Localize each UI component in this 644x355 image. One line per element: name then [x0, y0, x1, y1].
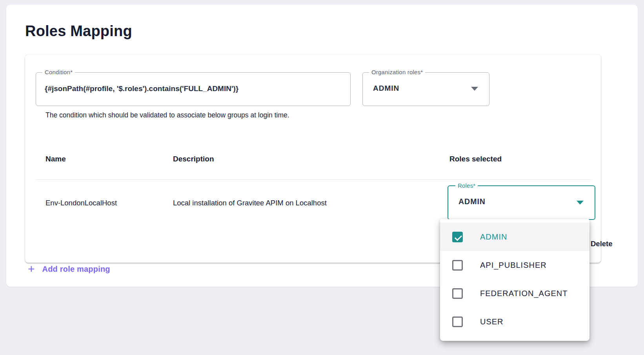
delete-button[interactable]: Delete — [591, 240, 613, 248]
checkbox-icon[interactable] — [452, 288, 463, 299]
dropdown-option-api-publisher[interactable]: API_PUBLISHER — [440, 251, 589, 279]
checkbox-checked-icon[interactable] — [452, 232, 463, 242]
dropdown-option-label: ADMIN — [480, 232, 507, 242]
roles-select-label: Roles* — [455, 182, 478, 189]
plus-icon: + — [28, 263, 35, 275]
condition-input[interactable]: {#jsonPath(#profile, '$.roles').contains… — [45, 84, 238, 93]
chevron-down-icon — [471, 87, 478, 91]
dropdown-option-label: API_PUBLISHER — [480, 261, 547, 270]
column-header-description: Description — [173, 155, 214, 163]
dropdown-option-federation-agent[interactable]: FEDERATION_AGENT — [440, 279, 589, 307]
checkbox-icon[interactable] — [452, 317, 463, 327]
condition-hint: The condition which should be validated … — [45, 110, 304, 121]
row-description: Local installation of Gravitee APIM on L… — [173, 199, 327, 207]
condition-field[interactable]: Condition* {#jsonPath(#profile, '$.roles… — [36, 72, 351, 106]
roles-select[interactable]: Roles* ADMIN — [448, 185, 595, 220]
chevron-down-icon — [577, 201, 584, 205]
column-header-roles-selected: Roles selected — [449, 155, 502, 163]
organization-roles-label: Organization roles* — [369, 69, 425, 75]
add-role-mapping-button[interactable]: + Add role mapping — [28, 263, 110, 275]
roles-select-value: ADMIN — [458, 197, 486, 206]
dropdown-option-user[interactable]: USER — [440, 307, 589, 336]
roles-dropdown-panel: ADMIN API_PUBLISHER FEDERATION_AGENT USE… — [440, 219, 589, 341]
page-title: Roles Mapping — [25, 23, 132, 40]
organization-roles-value: ADMIN — [373, 84, 399, 93]
organization-roles-select[interactable]: Organization roles* ADMIN — [362, 72, 489, 106]
table-divider — [36, 179, 591, 180]
dropdown-option-admin[interactable]: ADMIN — [440, 223, 589, 251]
column-header-name: Name — [45, 155, 66, 163]
checkbox-icon[interactable] — [452, 260, 463, 271]
dropdown-option-label: USER — [480, 317, 504, 326]
add-role-mapping-label: Add role mapping — [42, 265, 110, 274]
dropdown-option-label: FEDERATION_AGENT — [480, 289, 568, 298]
condition-label: Condition* — [42, 69, 75, 75]
row-name: Env-LondonLocalHost — [45, 199, 117, 207]
